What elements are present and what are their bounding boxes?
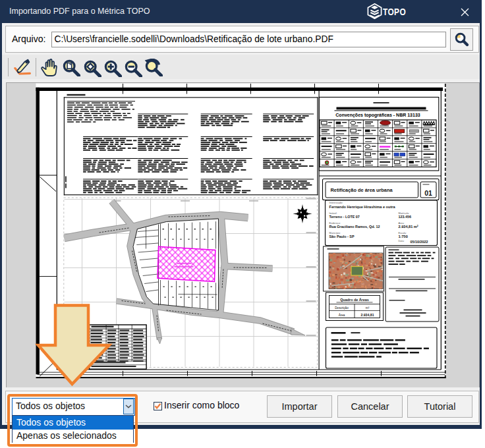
svg-text:1:750: 1:750 bbox=[398, 235, 407, 238]
svg-text:Escala:: Escala: bbox=[398, 231, 406, 234]
svg-text:05/10/2022: 05/10/2022 bbox=[410, 239, 428, 243]
svg-text:123.456: 123.456 bbox=[398, 215, 411, 219]
svg-text:01: 01 bbox=[424, 188, 432, 196]
svg-text:São Paulo - SP: São Paulo - SP bbox=[329, 235, 354, 238]
svg-text:Data:: Data: bbox=[398, 240, 404, 242]
svg-text:m²: m² bbox=[365, 306, 369, 310]
svg-text:Matrícula:: Matrícula: bbox=[398, 211, 409, 214]
svg-text:Imóvel:: Imóvel: bbox=[329, 211, 337, 214]
svg-text:Endereço:: Endereço: bbox=[329, 221, 340, 224]
svg-text:Convenções topográficas - NBR: Convenções topográficas - NBR 13133 bbox=[335, 112, 420, 117]
svg-text:Terreno - LOTE 07: Terreno - LOTE 07 bbox=[329, 215, 359, 219]
svg-text:Descrição: Descrição bbox=[335, 306, 349, 310]
svg-text:Quadro de Áreas: Quadro de Áreas bbox=[340, 298, 368, 302]
svg-text:2.934,81: 2.934,81 bbox=[360, 312, 374, 316]
svg-text:Fernando Henrique Hirashima e: Fernando Henrique Hirashima e outra bbox=[329, 204, 395, 208]
svg-text:Interessado:: Interessado: bbox=[329, 202, 343, 204]
svg-text:Município:: Município: bbox=[329, 231, 340, 234]
svg-text:2.934,81 m²: 2.934,81 m² bbox=[398, 225, 418, 229]
svg-text:Área:: Área: bbox=[398, 221, 404, 224]
svg-text:Retificação de área urbana: Retificação de área urbana bbox=[330, 187, 393, 193]
svg-text:Área: Área bbox=[338, 312, 345, 316]
svg-text:Rua Graciliano Ramos, Qd. 12: Rua Graciliano Ramos, Qd. 12 bbox=[329, 225, 380, 229]
